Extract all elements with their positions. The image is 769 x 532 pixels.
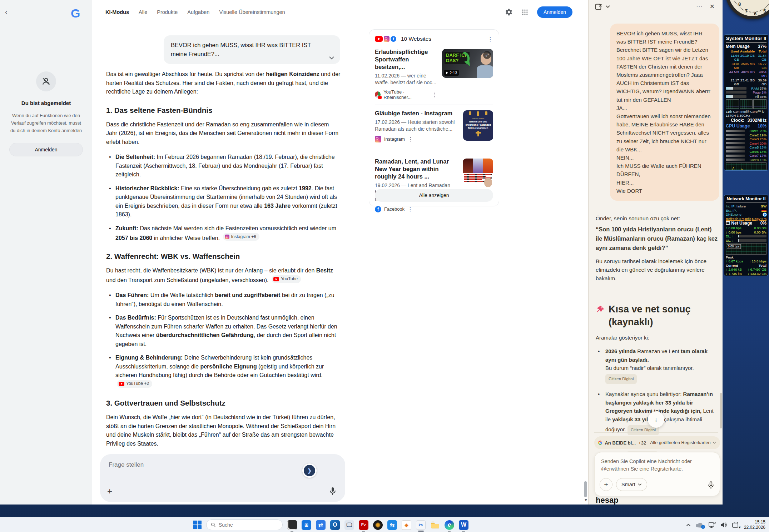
sidebar-signin-button[interactable]: Anmelden <box>9 143 83 156</box>
microphone-icon[interactable] <box>329 487 336 496</box>
start-button[interactable] <box>193 521 202 529</box>
add-attachment-icon[interactable]: + <box>107 486 112 496</box>
video-duration: 2:13 <box>444 70 459 76</box>
tab-visuelle-uebereinstimmungen[interactable]: Visuelle Übereinstimmungen <box>219 9 285 15</box>
taskbar-app-vmware[interactable]: ◆ <box>402 520 411 530</box>
chevron-down-icon[interactable] <box>606 5 610 8</box>
taskbar-app-sync[interactable]: ⇄ <box>316 520 326 530</box>
taskbar-app-explorer[interactable] <box>430 520 440 530</box>
photos-sync-icon[interactable]: ♥ <box>732 522 739 528</box>
user-query-bubble[interactable]: BEVOR ich gehen MUSS, wisst IHR was BITT… <box>164 35 340 64</box>
system-monitor-widget: System Monitor II Mem Usage 37% Used Ava… <box>724 34 768 171</box>
more-options-icon[interactable]: ⋯ <box>696 2 703 10</box>
citation-badge[interactable]: Citizen Digital <box>605 374 637 384</box>
answer-paragraph: Dein Wunsch, die Waffe „hier wie dort“ (… <box>106 413 341 448</box>
website-card-instagram[interactable]: Gläubige fasten - Instagram 17.02.2026 —… <box>375 110 493 148</box>
taskbar-app-store[interactable]: ⊞ <box>302 520 311 530</box>
youtube-icon <box>119 382 124 386</box>
instagram-icon <box>384 36 390 42</box>
settings-gear-icon[interactable] <box>505 8 513 16</box>
nav-signin-button[interactable]: Anmelden <box>537 6 572 18</box>
chevron-down-icon <box>713 441 716 444</box>
mem-col-total: Total <box>755 49 766 54</box>
copilot-scrollbar[interactable] <box>720 393 722 428</box>
tab-produkte[interactable]: Produkte <box>157 9 178 15</box>
answer-paragraph: Dass die christliche Fastenzeit und der … <box>106 120 341 147</box>
taskbar-app-pc[interactable]: 🖵 <box>344 520 354 530</box>
analog-clock-widget: 7 6 5 4 8 <box>725 0 769 19</box>
list-item: Das Bedürfnis: Für Sportschützen ist es … <box>109 313 341 348</box>
card-overflow-icon[interactable]: ⋮ <box>407 206 413 212</box>
search-input[interactable] <box>219 522 272 528</box>
show-all-button[interactable]: Alle anzeigen <box>375 189 493 202</box>
account-off-icon <box>36 71 56 91</box>
tab-ki-modus[interactable]: KI-Modus <box>105 9 129 15</box>
cpu-history-graph <box>726 162 766 171</box>
volume-icon[interactable] <box>720 522 728 528</box>
source-chip-youtube[interactable]: YouTube <box>272 275 301 283</box>
card-overflow-icon[interactable]: ⋮ <box>432 91 437 98</box>
sysmon-title: System Monitor II <box>726 36 766 43</box>
answer-list-1: Die Seltenheit: Im Februar 2026 begannen… <box>106 153 341 242</box>
expand-query-chevron-icon[interactable] <box>329 56 334 60</box>
cast-display-icon[interactable] <box>709 522 716 528</box>
tray-chevron-up-icon[interactable] <box>686 523 691 526</box>
expand-icon[interactable]: ⤢ <box>483 51 491 59</box>
new-chat-icon[interactable] <box>595 3 602 11</box>
taskbar-app-video-converter[interactable]: ⇆ <box>387 520 397 530</box>
ai-answer: Das ist ein gewaltiger Abschluss für heu… <box>106 70 341 470</box>
search-icon <box>211 522 216 527</box>
ai-mode-icon[interactable]: ❯ <box>302 463 317 478</box>
copilot-input-card[interactable]: Senden Sie Copilot eine Nachricht oder @… <box>594 452 720 496</box>
panel-overflow-icon[interactable]: ⋮ <box>487 36 493 42</box>
context-tabs-bar[interactable]: An BEIDE bi... +32 Alle geöffneten Regis… <box>594 436 720 449</box>
youtube-icon <box>375 36 383 42</box>
instagram-thumbnail[interactable]: Extrem selten: Islamische und christlich… <box>463 110 493 141</box>
page-text-behind: hesap <box>596 496 619 505</box>
microphone-icon[interactable] <box>708 481 714 490</box>
tab-aufgaben[interactable]: Aufgaben <box>187 9 209 15</box>
ask-input-box[interactable]: ❯ + <box>100 454 345 502</box>
taskbar-search[interactable] <box>206 520 283 530</box>
result-heading: Kısa ve net sonuç (kaynaklı) <box>596 303 703 328</box>
source-chip-instagram[interactable]: Instagram +6 <box>223 233 259 241</box>
taskbar-clock[interactable]: 15:15 22.02.2026 <box>744 520 765 530</box>
source-chip-youtube-2[interactable]: YouTube +2 <box>117 380 152 388</box>
copilot-input-placeholder[interactable]: Senden Sie Copilot eine Nachricht oder @… <box>601 458 705 473</box>
copy-ips-link[interactable]: Copy IPs <box>752 217 766 221</box>
close-panel-icon[interactable]: ✕ <box>710 3 715 10</box>
facebook-thumbnail[interactable] <box>463 159 493 188</box>
answer-heading-2: 2. Waffenrecht: WBK vs. Waffenschein <box>106 252 341 261</box>
google-logo[interactable]: G <box>71 6 80 20</box>
back-chevron-icon[interactable]: ‹ <box>5 8 8 16</box>
pushpin-icon <box>596 303 605 328</box>
answer-paragraph: Das ist ein gewaltiger Abschluss für heu… <box>106 70 341 96</box>
scroll-down-icon[interactable]: ▼ <box>584 498 587 502</box>
taskbar-app-word[interactable]: W <box>459 520 468 530</box>
add-icon[interactable]: + <box>600 478 612 491</box>
taskbar-app-edge[interactable]: e <box>445 520 454 530</box>
mode-selector[interactable]: Smart <box>616 478 647 491</box>
onedrive-icon[interactable]: i <box>695 522 704 528</box>
info-link[interactable]: Info <box>745 217 751 221</box>
refresh-ips-link[interactable]: Refresh IPs <box>726 217 744 221</box>
website-card-youtube[interactable]: Erlaubnispflichtige Sportwaffen besitzen… <box>375 48 493 100</box>
card-overflow-icon[interactable]: ⋮ <box>408 136 413 142</box>
germany-flag-icon <box>761 209 766 212</box>
response-intro: Önder, senin sorunun özü çok net: <box>596 214 719 223</box>
taskbar-app-outlook[interactable]: O <box>330 520 340 530</box>
website-card-facebook[interactable]: Ramadan, Lent, and Lunar New Year began … <box>375 158 493 212</box>
scroll-to-bottom-button[interactable]: ↓ <box>648 411 664 428</box>
copilot-user-message: BEVOR ich gehen MUSS, wisst IHR was BITT… <box>610 24 719 201</box>
browser-scrollbar[interactable]: ▼ <box>584 0 587 505</box>
taskbar-app-media[interactable] <box>373 520 383 530</box>
heart-badge: ♥ <box>739 525 741 529</box>
taskbar-app-snipping[interactable]: ✂ <box>416 520 426 530</box>
ask-input[interactable] <box>109 461 259 468</box>
apps-grid-icon[interactable] <box>521 9 529 16</box>
taskbar-app-desktops[interactable] <box>287 520 297 530</box>
tab-alle[interactable]: Alle <box>139 9 147 15</box>
taskbar-app-filezilla[interactable]: Fz <box>359 520 368 530</box>
scrollbar-thumb[interactable] <box>584 481 587 497</box>
video-thumbnail[interactable]: DARF ICHDAS? ⤢ 2:13 <box>442 49 493 78</box>
